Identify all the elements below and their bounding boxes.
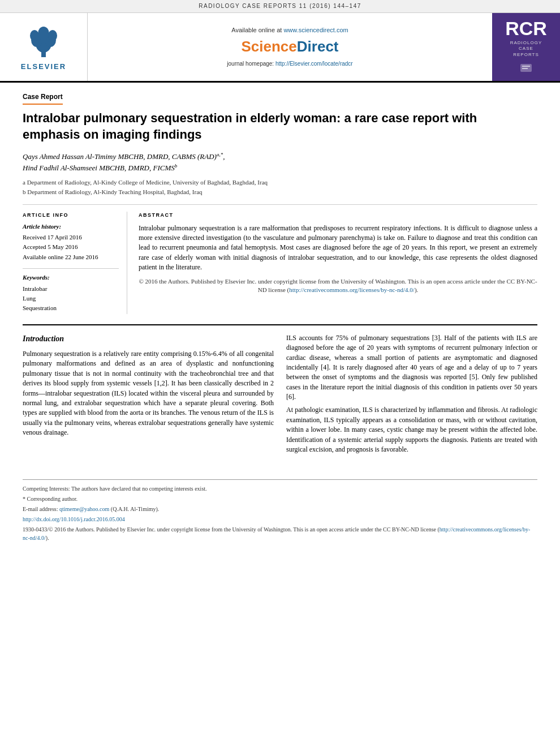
svg-rect-10 (522, 68, 528, 69)
received-date: Received 17 April 2016 (23, 233, 119, 242)
copyright-text: © 2016 the Authors. Published by Elsevie… (139, 277, 537, 295)
article-info-panel: ARTICLE INFO Article history: Received 1… (23, 212, 127, 314)
abstract-text: Intralobar pulmonary sequestration is a … (139, 224, 537, 273)
page-wrapper: Radiology Case Reports 11 (2016) 144–147 (0, 0, 560, 542)
introduction-col2-para1: ILS accounts for 75% of pulmonary seques… (286, 333, 537, 402)
author-email[interactable]: qtimeme@yahoo.com (59, 506, 109, 512)
abstract-label: ABSTRACT (139, 212, 537, 219)
available-online-text: Available online at www.sciencedirect.co… (231, 26, 348, 35)
competing-interests: Competing Interests: The authors have de… (23, 484, 537, 493)
keywords-section: Keywords: Intralobar Lung Sequestration (23, 268, 119, 313)
introduction-col2-para2: At pathologic examination, ILS is charac… (286, 405, 537, 454)
introduction-para1: Pulmonary sequestration is a relatively … (23, 349, 274, 438)
section-type-label: Case Report (23, 92, 63, 105)
footer-area: Competing Interests: The authors have de… (23, 479, 537, 542)
affiliation-b: b Department of Radiology, Al-Kindy Teac… (23, 187, 537, 197)
journal-title: Radiology Case Reports 11 (2016) 144–147 (199, 3, 361, 9)
section-divider (23, 324, 537, 325)
rcr-icon (518, 61, 535, 75)
journal-homepage: journal homepage: http://Elsevier.com/lo… (227, 60, 352, 68)
introduction-section: Introduction Pulmonary sequestration is … (23, 333, 537, 458)
rcr-subtitle: RADIOLOGY CASE REPORTS (510, 40, 542, 58)
elsevier-tree-icon (21, 22, 66, 59)
elsevier-logo-section: ELSEVIER (0, 13, 88, 81)
header-center: Available online at www.sciencedirect.co… (88, 13, 492, 81)
accepted-date: Accepted 5 May 2016 (23, 243, 119, 251)
authors: Qays Ahmed Hassan Al-Timimy MBCHB, DMRD,… (23, 151, 537, 173)
email-note: E-mail address: qtimeme@yahoo.com (Q.A.H… (23, 505, 537, 513)
cc-license-link[interactable]: http://creativecommons.org/licenses/by-n… (289, 286, 415, 293)
rcr-letters: RCR (505, 19, 547, 38)
rcr-emblem-icon (518, 61, 535, 72)
affiliation-a: a Department of Radiology, Al-Kindy Coll… (23, 178, 537, 187)
introduction-title: Introduction (23, 333, 274, 345)
rcr-logo-section: RCR RADIOLOGY CASE REPORTS (492, 13, 560, 81)
elsevier-logo: ELSEVIER (21, 22, 66, 72)
keyword-1: Intralobar (23, 285, 119, 293)
keywords-label: Keywords: (23, 273, 119, 282)
journal-url[interactable]: http://Elsevier.com/locate/radcr (275, 61, 353, 67)
sciencedirect-url[interactable]: www.sciencedirect.com (283, 27, 348, 33)
introduction-col2: ILS accounts for 75% of pulmonary seques… (286, 333, 537, 458)
article-info-label: ARTICLE INFO (23, 212, 119, 219)
svg-point-4 (38, 27, 49, 40)
footer-license-link[interactable]: http://creativecommons.org/licenses/by-n… (23, 526, 530, 541)
doi-anchor[interactable]: http://dx.doi.org/10.1016/j.radcr.2016.0… (23, 516, 125, 522)
introduction-col1: Introduction Pulmonary sequestration is … (23, 333, 274, 458)
journal-header-bar: Radiology Case Reports 11 (2016) 144–147 (0, 0, 560, 13)
article-info-abstract: ARTICLE INFO Article history: Received 1… (23, 204, 537, 314)
doi-link: http://dx.doi.org/10.1016/j.radcr.2016.0… (23, 515, 537, 523)
elsevier-text: ELSEVIER (21, 62, 66, 72)
history-label: Article history: (23, 222, 119, 231)
available-date: Available online 22 June 2016 (23, 253, 119, 261)
svg-point-5 (30, 30, 39, 41)
sciencedirect-logo: ScienceDirect (242, 36, 339, 57)
header-area: ELSEVIER Available online at www.science… (0, 13, 560, 83)
svg-point-6 (48, 30, 57, 41)
keyword-2: Lung (23, 294, 119, 303)
article-title: Intralobar pulmonary sequestration in el… (23, 110, 537, 143)
corresponding-note: * Corresponding author. (23, 495, 537, 503)
svg-rect-9 (522, 66, 530, 67)
abstract-panel: ABSTRACT Intralobar pulmonary sequestrat… (139, 212, 537, 314)
license-note: 1930-0433/© 2016 the Authors. Published … (23, 525, 537, 542)
keyword-3: Sequestration (23, 304, 119, 312)
main-content: Case Report Intralobar pulmonary sequest… (0, 83, 560, 469)
affiliations: a Department of Radiology, Al-Kindy Coll… (23, 178, 537, 196)
